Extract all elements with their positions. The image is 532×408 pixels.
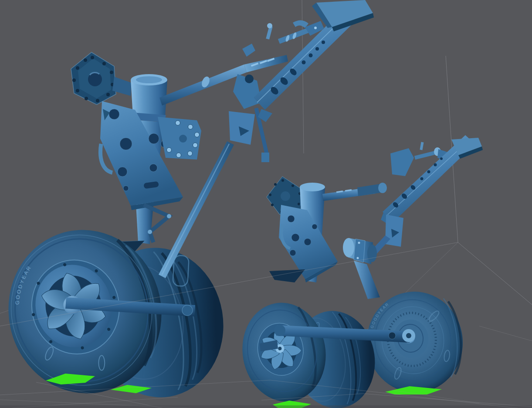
viewport-canvas[interactable]: GOODYEAR GOODYEAR xyxy=(0,0,532,408)
viewport-bottom-edge xyxy=(0,405,532,408)
